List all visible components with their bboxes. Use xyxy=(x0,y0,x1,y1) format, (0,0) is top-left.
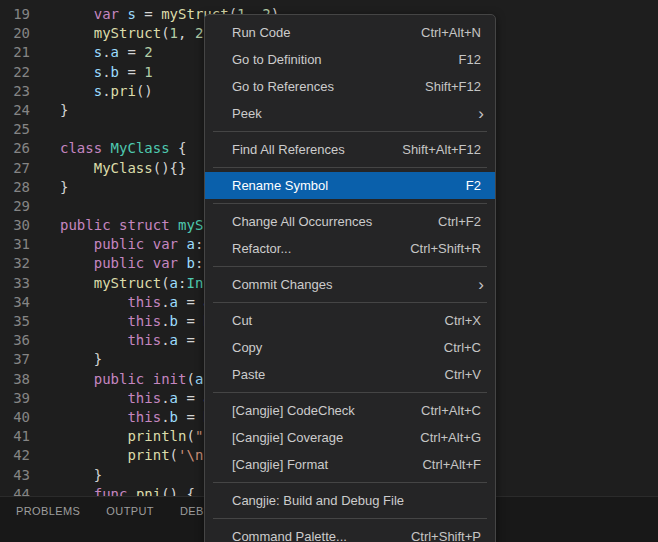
menu-item-cangjie-codecheck[interactable]: [Cangjie] CodeCheckCtrl+Alt+C xyxy=(205,397,495,424)
code-token xyxy=(60,371,94,387)
menu-item-cangjie-format[interactable]: [Cangjie] FormatCtrl+Alt+F xyxy=(205,451,495,478)
code-token xyxy=(60,83,94,99)
line-number: 36 xyxy=(0,331,30,350)
code-token: () xyxy=(136,83,153,99)
panel-tab-output[interactable]: OUTPUT xyxy=(106,505,154,517)
menu-item-label: Commit Changes xyxy=(232,277,332,292)
line-number: 23 xyxy=(0,82,30,101)
menu-item-go-to-references[interactable]: Go to ReferencesShift+F12 xyxy=(205,73,495,100)
code-token: a xyxy=(170,332,178,348)
menu-item-go-to-definition[interactable]: Go to DefinitionF12 xyxy=(205,46,495,73)
line-number: 19 xyxy=(0,5,30,24)
menu-item-label: Cangjie: Build and Debug File xyxy=(232,493,404,508)
code-text: this.b = b xyxy=(60,408,212,427)
code-text: public var b:I xyxy=(60,254,212,273)
line-number: 32 xyxy=(0,254,30,273)
line-number: 22 xyxy=(0,63,30,82)
code-token xyxy=(60,275,94,291)
code-token: ( xyxy=(186,428,194,444)
code-text: myStruct(1, 2, xyxy=(60,24,212,43)
menu-item-shortcut: Ctrl+Alt+C xyxy=(421,403,481,418)
menu-item-shortcut: Ctrl+F2 xyxy=(438,214,481,229)
menu-item-label: Peek xyxy=(232,106,262,121)
menu-separator xyxy=(213,266,487,267)
code-text: s.pri() xyxy=(60,82,153,101)
menu-item-paste[interactable]: PasteCtrl+V xyxy=(205,361,495,388)
menu-separator xyxy=(213,518,487,519)
code-token xyxy=(170,217,178,233)
menu-item-label: Go to Definition xyxy=(232,52,322,67)
panel-tab-problems[interactable]: PROBLEMS xyxy=(16,505,80,517)
menu-item-cangjie-coverage[interactable]: [Cangjie] CoverageCtrl+Alt+G xyxy=(205,424,495,451)
code-text: } xyxy=(60,178,68,197)
code-token xyxy=(144,255,152,271)
menu-item-shortcut: Ctrl+C xyxy=(444,340,481,355)
code-token: . xyxy=(161,390,169,406)
line-number: 31 xyxy=(0,235,30,254)
menu-item-command-palette[interactable]: Command Palette...Ctrl+Shift+P xyxy=(205,523,495,542)
code-token: = xyxy=(178,313,203,329)
menu-separator xyxy=(213,392,487,393)
menu-item-cangjie-build-and-debug-file[interactable]: Cangjie: Build and Debug File xyxy=(205,487,495,514)
code-token xyxy=(60,313,127,329)
line-number: 41 xyxy=(0,427,30,446)
code-token xyxy=(60,25,94,41)
menu-item-change-all-occurrences[interactable]: Change All OccurrencesCtrl+F2 xyxy=(205,208,495,235)
line-number: 25 xyxy=(0,120,30,139)
menu-item-copy[interactable]: CopyCtrl+C xyxy=(205,334,495,361)
submenu-arrow-icon: › xyxy=(478,105,484,122)
code-token: init xyxy=(153,371,187,387)
code-token: println xyxy=(127,428,186,444)
code-token: b xyxy=(111,64,119,80)
line-number: 39 xyxy=(0,389,30,408)
menu-item-label: Rename Symbol xyxy=(232,178,328,193)
menu-item-run-code[interactable]: Run CodeCtrl+Alt+N xyxy=(205,19,495,46)
line-number: 29 xyxy=(0,197,30,216)
code-token: . xyxy=(102,44,110,60)
code-token: . xyxy=(161,313,169,329)
line-number: 28 xyxy=(0,178,30,197)
code-token: myStruct xyxy=(94,25,161,41)
menu-item-find-all-references[interactable]: Find All ReferencesShift+Alt+F12 xyxy=(205,136,495,163)
code-token: print xyxy=(127,447,169,463)
code-token: var xyxy=(153,236,178,252)
menu-item-cut[interactable]: CutCtrl+X xyxy=(205,307,495,334)
code-token xyxy=(60,447,127,463)
menu-item-shortcut: F12 xyxy=(459,52,481,67)
code-token: . xyxy=(161,332,169,348)
menu-item-refactor[interactable]: Refactor...Ctrl+Shift+R xyxy=(205,235,495,262)
code-token: public xyxy=(94,236,145,252)
code-token: = xyxy=(178,332,203,348)
menu-separator xyxy=(213,203,487,204)
menu-separator xyxy=(213,167,487,168)
code-token: pri xyxy=(111,83,136,99)
menu-item-commit-changes[interactable]: Commit Changes› xyxy=(205,271,495,298)
menu-item-shortcut: F2 xyxy=(466,178,481,193)
line-number: 42 xyxy=(0,446,30,465)
code-token: this xyxy=(127,409,161,425)
code-token: = xyxy=(178,390,203,406)
code-token: , xyxy=(178,25,195,41)
menu-separator xyxy=(213,131,487,132)
menu-item-shortcut: Shift+F12 xyxy=(425,79,481,94)
code-text: s.a = 2 xyxy=(60,43,153,62)
code-text: MyClass(){} xyxy=(60,159,186,178)
submenu-arrow-icon: › xyxy=(478,276,484,293)
line-number: 33 xyxy=(0,274,30,293)
code-token: s xyxy=(127,6,135,22)
menu-item-shortcut: Ctrl+Shift+P xyxy=(411,529,481,542)
code-token: } xyxy=(60,467,102,483)
menu-item-peek[interactable]: Peek› xyxy=(205,100,495,127)
code-token: struct xyxy=(119,217,170,233)
line-number: 20 xyxy=(0,24,30,43)
code-token xyxy=(60,6,94,22)
menu-separator xyxy=(213,302,487,303)
code-token: = xyxy=(178,294,203,310)
menu-item-rename-symbol[interactable]: Rename SymbolF2 xyxy=(205,172,495,199)
code-token: ( xyxy=(161,25,169,41)
code-text: this.a = a xyxy=(60,389,212,408)
code-token: a xyxy=(170,275,178,291)
code-text: s.b = 1 xyxy=(60,63,153,82)
code-token: MyClass xyxy=(111,140,170,156)
menu-item-label: [Cangjie] CodeCheck xyxy=(232,403,355,418)
